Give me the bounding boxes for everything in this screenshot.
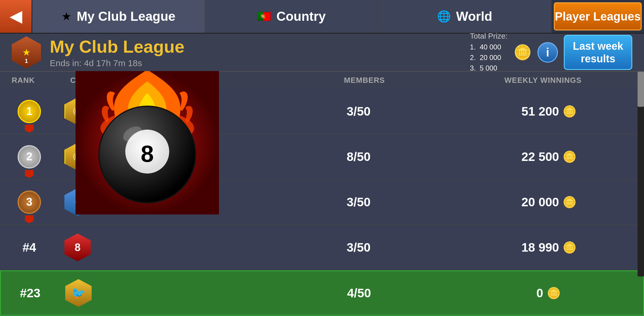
- tab-country[interactable]: 🇵🇹 Country: [205, 0, 378, 33]
- eight-ball-container: 8: [86, 81, 209, 204]
- tab-world-label: World: [456, 9, 492, 24]
- winnings-cell-4: 18 990 🪙: [454, 241, 644, 255]
- rank-text-23: #23: [20, 286, 40, 300]
- prize-item-1: 1. 40 000: [470, 42, 508, 52]
- medal-bronze: 3: [15, 186, 44, 218]
- coin-icon-3: 🪙: [563, 196, 576, 209]
- badge-hexagon: ★ 1: [12, 36, 41, 68]
- tab-player-leagues[interactable]: Player Leagues: [554, 2, 642, 30]
- winnings-amount-3: 20 000: [521, 195, 559, 209]
- badge-rank-number: 1: [25, 58, 28, 64]
- top-nav: ◀ ★ My Club League 🇵🇹 Country 🌐 World Pl…: [0, 0, 644, 34]
- winnings-amount-4: 18 990: [521, 241, 559, 255]
- league-header: ★ 1 My Club League Ends in: 4d 17h 7m 18…: [0, 34, 644, 72]
- star-icon: ★: [61, 10, 71, 23]
- prize-item-2: 2. 20 000: [470, 52, 508, 63]
- rank-cell-2: 2: [0, 138, 59, 176]
- col-rank-header: RANK: [12, 76, 70, 85]
- winnings-amount-2: 22 500: [521, 150, 559, 164]
- table-row-my[interactable]: #23 🐦 4/50 0 🪙: [0, 270, 644, 316]
- prize-list: Total Prize: 1. 40 000 2. 20 000 3. 5 00…: [470, 32, 508, 73]
- medal-ribbon-3: [25, 215, 34, 224]
- eight-ball: 8: [97, 105, 197, 204]
- scroll-track[interactable]: [638, 72, 644, 276]
- featured-club-image: 8: [76, 71, 219, 214]
- winnings-cell-3: 20 000 🪙: [454, 195, 644, 209]
- col-winnings-header: WEEKLY WINNINGS: [454, 76, 632, 85]
- club-cell-4: 8: [59, 231, 263, 264]
- flag-icon: 🇵🇹: [257, 10, 271, 23]
- rank-cell-23: #23: [1, 283, 59, 303]
- main-container: ◀ ★ My Club League 🇵🇹 Country 🌐 World Pl…: [0, 0, 644, 316]
- prize-item-3: 3. 5 000: [470, 63, 508, 73]
- coin-icon-23: 🪙: [547, 287, 561, 300]
- tab-my-club-league[interactable]: ★ My Club League: [32, 0, 205, 33]
- svg-text:8: 8: [141, 141, 154, 167]
- club-badge-23: 🐦: [65, 279, 92, 307]
- rank-cell-1: 1: [0, 92, 59, 130]
- league-title-section: My Club League Ends in: 4d 17h 7m 18s: [50, 37, 470, 68]
- back-button[interactable]: ◀: [0, 0, 32, 33]
- members-cell-4: 3/50: [263, 241, 454, 255]
- table-row[interactable]: #4 8 3/50 18 990 🪙: [0, 225, 644, 270]
- club-cell-23: 🐦: [59, 276, 264, 310]
- tab-player-leagues-label: Player Leagues: [555, 9, 641, 23]
- winnings-amount-23: 0: [536, 286, 543, 300]
- badge-star-icon: ★: [22, 47, 31, 58]
- tab-country-label: Country: [276, 9, 326, 24]
- prize-coin-icon: 🪙: [513, 44, 532, 61]
- members-cell-3: 3/50: [263, 195, 454, 209]
- rank-cell-3: 3: [0, 183, 59, 221]
- members-cell-1: 3/50: [263, 104, 454, 118]
- league-subtitle: Ends in: 4d 17h 7m 18s: [50, 58, 470, 68]
- club-badge-4: 8: [64, 233, 91, 261]
- medal-ribbon-2: [25, 170, 34, 178]
- coin-icon-2: 🪙: [563, 150, 576, 163]
- medal-silver: 2: [15, 141, 44, 173]
- rank-cell-4: #4: [0, 238, 59, 257]
- medal-ribbon: [25, 125, 34, 133]
- info-button[interactable]: i: [537, 42, 558, 63]
- league-title: My Club League: [50, 37, 470, 57]
- tab-world[interactable]: 🌐 World: [378, 0, 551, 33]
- silver-medal: 2: [18, 145, 41, 169]
- prize-section: Total Prize: 1. 40 000 2. 20 000 3. 5 00…: [470, 32, 632, 73]
- col-members-header: MEMBERS: [275, 76, 454, 85]
- prize-label: Total Prize:: [470, 32, 508, 41]
- members-cell-23: 4/50: [264, 286, 454, 300]
- coin-icon-4: 🪙: [563, 241, 576, 254]
- tab-my-club-league-label: My Club League: [77, 9, 175, 24]
- bird-icon: 🐦: [71, 286, 86, 300]
- gold-medal: 1: [18, 100, 41, 123]
- winnings-cell-1: 51 200 🪙: [454, 104, 644, 118]
- league-badge: ★ 1: [12, 36, 41, 68]
- scroll-thumb[interactable]: [638, 72, 644, 107]
- winnings-cell-23: 0 🪙: [454, 286, 643, 300]
- globe-icon: 🌐: [437, 10, 451, 23]
- bronze-medal: 3: [18, 190, 41, 214]
- winnings-cell-2: 22 500 🪙: [454, 150, 644, 164]
- coin-icon-1: 🪙: [563, 105, 576, 118]
- medal-gold: 1: [15, 95, 44, 128]
- rank-text-4: #4: [23, 241, 36, 255]
- members-cell-2: 8/50: [263, 150, 454, 164]
- last-week-results-button[interactable]: Last weekresults: [564, 35, 632, 70]
- winnings-amount-1: 51 200: [521, 104, 559, 118]
- back-arrow-icon: ◀: [10, 8, 22, 25]
- eight-ball-icon: 8: [75, 241, 80, 254]
